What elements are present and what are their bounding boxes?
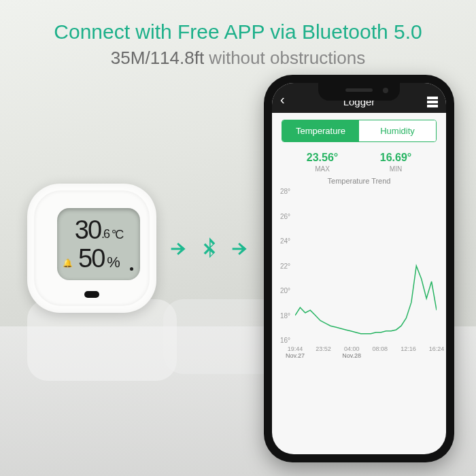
heading-sub-distance: 35M/114.8ft bbox=[111, 48, 204, 68]
grid-icon[interactable] bbox=[427, 97, 438, 107]
heading-main: Connect with Free APP via Bluetooth 5.0 bbox=[0, 20, 476, 44]
stat-max: 23.56° MAX bbox=[307, 152, 338, 173]
tab-humidity[interactable]: Humidity bbox=[359, 120, 436, 141]
sensor-humidity: 50 % bbox=[78, 245, 119, 271]
arrow-right-icon bbox=[167, 237, 190, 260]
sensor-device: 30 .6 °C 50 % 🔔 bbox=[27, 184, 156, 313]
app-screen: ‹ Logger Temperature Humidity 23.56° MAX… bbox=[272, 83, 446, 454]
indicator-dot-icon bbox=[130, 267, 133, 271]
stat-max-label: MAX bbox=[307, 165, 338, 173]
sensor-temp-dec: .6 bbox=[101, 228, 109, 240]
sensor-lcd: 30 .6 °C 50 % 🔔 bbox=[57, 208, 140, 280]
sensor-body: 30 .6 °C 50 % 🔔 bbox=[34, 190, 150, 306]
bluetooth-icon bbox=[196, 235, 223, 262]
sensor-temperature: 30 .6 °C bbox=[75, 217, 123, 243]
sensor-hum-unit: % bbox=[107, 255, 119, 270]
bluetooth-connection-indicator bbox=[167, 235, 252, 262]
arrow-right-icon bbox=[228, 237, 252, 260]
sensor-temp-unit: °C bbox=[112, 228, 122, 241]
chart-y-axis: 28°26°24°22°20°18°16° bbox=[280, 188, 290, 344]
phone-mockup: ‹ Logger Temperature Humidity 23.56° MAX… bbox=[264, 75, 454, 462]
bell-icon: 🔔 bbox=[63, 258, 73, 268]
phone-camera bbox=[383, 88, 388, 93]
stat-min-value: 16.69° bbox=[380, 152, 411, 164]
stat-min-label: MIN bbox=[380, 165, 411, 173]
chart-x-axis: 19:44Nov.2723:5204:00Nov.2808:0812:1616:… bbox=[295, 345, 437, 364]
chart-title: Temperature Trend bbox=[272, 177, 446, 185]
heading-sub-rest: without obstructions bbox=[204, 48, 365, 68]
stat-min: 16.69° MIN bbox=[380, 152, 411, 173]
tab-temperature[interactable]: Temperature bbox=[282, 120, 359, 141]
temperature-chart: 28°26°24°22°20°18°16° 19:44Nov.2723:5204… bbox=[279, 188, 439, 364]
chart-plot-area bbox=[295, 188, 437, 344]
phone-speaker bbox=[345, 88, 373, 92]
back-icon[interactable]: ‹ bbox=[280, 92, 285, 107]
sensor-temp-int: 30 bbox=[75, 217, 101, 243]
sensor-hum-int: 50 bbox=[78, 245, 104, 271]
heading-sub: 35M/114.8ft without obstructions bbox=[0, 44, 476, 69]
stat-max-value: 23.56° bbox=[307, 152, 338, 164]
stats-row: 23.56° MAX 16.69° MIN bbox=[286, 152, 432, 173]
tab-bar: Temperature Humidity bbox=[282, 120, 437, 142]
sensor-ir-window bbox=[84, 291, 99, 298]
